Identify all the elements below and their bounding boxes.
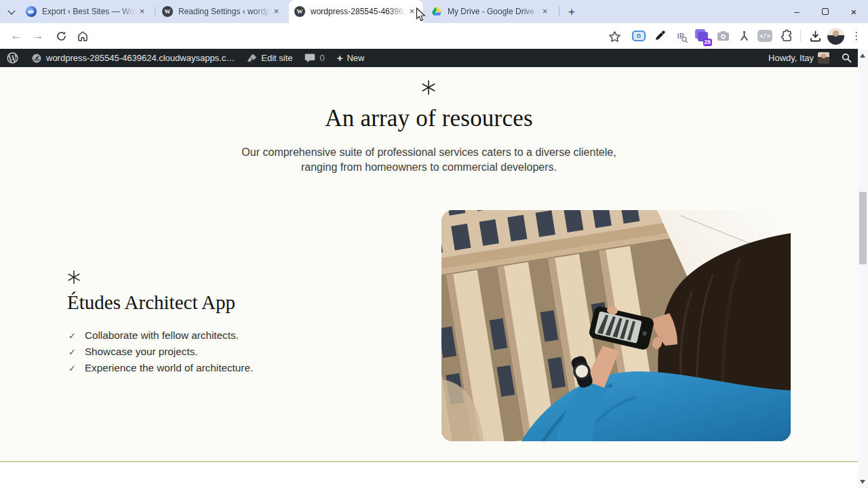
comment-count: 0 xyxy=(319,53,324,63)
comment-bubble-icon xyxy=(304,53,315,63)
tab-export-best-sites[interactable]: Export ‹ Best Sites — WordPres × xyxy=(20,0,153,23)
reload-icon xyxy=(56,30,67,42)
reload-button[interactable] xyxy=(52,26,71,45)
site-favicon-globe-icon xyxy=(26,6,37,17)
user-avatar xyxy=(818,52,829,64)
tab-separator xyxy=(559,7,559,16)
profile-avatar[interactable] xyxy=(827,28,844,45)
tab-strip: Export ‹ Best Sites — WordPres × W Readi… xyxy=(0,0,868,23)
browser-toolbar: ← → wordpress-285545-4639624.cloudwaysap… xyxy=(0,23,868,49)
extension-camera-icon[interactable] xyxy=(714,27,732,45)
scrollbar-down-button[interactable] xyxy=(860,480,865,484)
tab-reading-settings[interactable]: W Reading Settings ‹ wordpress-2 × xyxy=(157,0,288,23)
download-icon xyxy=(809,30,822,43)
extensions-puzzle-button[interactable] xyxy=(777,27,795,45)
close-tab-icon[interactable]: × xyxy=(539,6,551,18)
check-icon: ✓ xyxy=(68,331,76,341)
extension-fork-icon[interactable] xyxy=(735,27,753,45)
close-tab-icon[interactable]: × xyxy=(406,6,418,18)
window-controls: – × xyxy=(783,0,868,23)
asterisk-decoration-icon xyxy=(66,270,81,287)
check-icon: ✓ xyxy=(68,363,76,373)
downloads-button[interactable] xyxy=(806,27,824,45)
forward-button[interactable]: → xyxy=(28,26,47,45)
scrollbar-thumb[interactable] xyxy=(859,192,867,264)
check-icon: ✓ xyxy=(68,347,76,357)
new-tab-button[interactable]: + xyxy=(563,3,580,21)
list-item: ✓Collaborate with fellow architects. xyxy=(68,327,253,344)
wp-admin-bar: wordpress-285545-4639624.cloudwaysapps.c… xyxy=(0,49,858,67)
extension-ip-lookup-icon[interactable]: IP xyxy=(672,27,690,45)
search-icon xyxy=(842,53,852,63)
close-tab-icon[interactable]: × xyxy=(136,6,148,18)
tab-google-drive[interactable]: My Drive - Google Drive × xyxy=(426,0,556,23)
home-icon xyxy=(77,30,89,42)
adminbar-comments[interactable]: 0 xyxy=(298,49,330,67)
extension-eyedropper-icon[interactable] xyxy=(651,27,669,45)
extension-code-icon[interactable]: </> xyxy=(756,27,774,45)
adminbar-search[interactable] xyxy=(835,49,858,67)
adminbar-edit-site[interactable]: Edit site xyxy=(241,49,298,67)
page-content: An array of resources Our comprehensive … xyxy=(0,67,858,488)
tab-separator xyxy=(155,7,155,16)
tab-title: My Drive - Google Drive xyxy=(448,7,539,16)
feature-heading: Études Architect App xyxy=(67,291,235,314)
howdy-text: Howdy, Itay xyxy=(768,53,814,63)
window-minimize-button[interactable]: – xyxy=(783,0,811,23)
feature-photo xyxy=(441,210,791,441)
window-close-button[interactable]: × xyxy=(840,0,868,23)
plus-icon: + xyxy=(337,52,343,64)
wordpress-logo-icon xyxy=(6,52,19,64)
list-item: ✓Experience the world of architecture. xyxy=(68,360,253,376)
adminbar-site-name: wordpress-285545-4639624.cloudwaysapps.c… xyxy=(46,53,235,63)
home-button[interactable] xyxy=(73,26,92,45)
dashboard-gauge-icon xyxy=(31,53,42,64)
adminbar-edit-site-label: Edit site xyxy=(261,53,292,63)
paintbrush-icon xyxy=(247,53,257,63)
list-item: ✓Showcase your projects. xyxy=(68,344,253,360)
next-section-background xyxy=(0,462,858,488)
tab-title: Export ‹ Best Sites — WordPres xyxy=(42,7,136,16)
wordpress-favicon-icon: W xyxy=(294,6,305,17)
bookmark-star-button[interactable] xyxy=(606,28,623,45)
extension-stack-icon[interactable]: 26 xyxy=(693,27,711,45)
back-button[interactable]: ← xyxy=(7,26,26,45)
section-subtitle: Our comprehensive suite of professional … xyxy=(0,145,858,174)
adminbar-my-account[interactable]: Howdy, Itay xyxy=(762,49,835,67)
wordpress-favicon-icon: W xyxy=(162,6,173,17)
window-maximize-button[interactable] xyxy=(811,0,840,23)
wp-logo-menu[interactable] xyxy=(0,49,25,67)
feature-list: ✓Collaborate with fellow architects. ✓Sh… xyxy=(68,327,253,376)
extension-badge: 26 xyxy=(703,39,712,46)
architecture-photo-illustration xyxy=(441,210,791,441)
close-tab-icon[interactable]: × xyxy=(271,6,282,18)
toolbar-divider xyxy=(800,30,801,42)
adminbar-site-menu[interactable]: wordpress-285545-4639624.cloudwaysapps.c… xyxy=(25,49,241,67)
page-scrollbar[interactable] xyxy=(858,49,868,488)
maximize-icon xyxy=(822,8,829,15)
tab-title: Reading Settings ‹ wordpress-2 xyxy=(178,7,271,16)
tab-title: wordpress-285545-4639624.clo xyxy=(311,7,406,16)
extensions-row: B IP 26 </> ⋮ xyxy=(630,26,865,45)
extension-tag-icon[interactable]: B xyxy=(630,27,648,45)
asterisk-decoration-icon xyxy=(420,79,437,98)
tab-search-button[interactable] xyxy=(4,3,20,20)
chevron-down-icon xyxy=(7,7,15,14)
tab-wordpress-site-active[interactable]: W wordpress-285545-4639624.clo × xyxy=(289,0,423,23)
adminbar-new-label: New xyxy=(347,53,364,63)
puzzle-icon xyxy=(779,29,793,43)
scrollbar-up-button[interactable] xyxy=(860,54,865,58)
adminbar-new-menu[interactable]: + New xyxy=(331,49,371,67)
section-heading: An array of resources xyxy=(0,105,858,132)
star-icon xyxy=(608,30,621,43)
google-drive-favicon-icon xyxy=(431,6,442,17)
browser-menu-button[interactable]: ⋮ xyxy=(848,27,865,45)
